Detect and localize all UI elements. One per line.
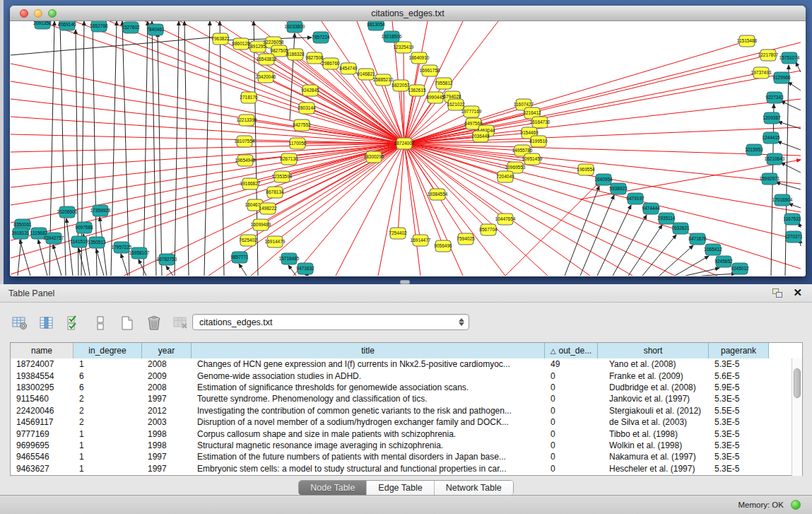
network-node[interactable]: 1498222 — [259, 203, 277, 214]
tab-edge-table[interactable]: Edge Table — [367, 481, 434, 495]
tab-node-table[interactable]: Node Table — [299, 481, 367, 495]
network-node[interactable]: 19654948 — [235, 155, 256, 166]
network-node[interactable]: 9245652 — [714, 256, 733, 267]
network-edge[interactable] — [204, 21, 210, 276]
network-edge[interactable] — [404, 144, 717, 276]
network-node[interactable]: 8567704 — [479, 224, 498, 235]
table-row[interactable]: 911546021997Tourette syndrome. Phenomeno… — [11, 393, 802, 404]
network-node[interactable]: 2935114 — [658, 213, 676, 224]
network-node[interactable]: 5938923 — [609, 183, 628, 194]
network-edge[interactable] — [777, 141, 801, 150]
network-edge[interactable] — [613, 215, 647, 276]
network-node[interactable]: 10951459 — [522, 153, 543, 165]
table-row[interactable]: 1872400712008Changes of HCN gene express… — [11, 358, 802, 370]
new-column-button[interactable] — [117, 313, 137, 333]
network-edge[interactable] — [166, 266, 173, 276]
network-node[interactable]: 15885210 — [373, 74, 394, 86]
network-edge[interactable] — [239, 264, 247, 276]
network-node[interactable]: 2986760 — [322, 58, 340, 69]
network-node[interactable]: 2036448 — [471, 131, 490, 142]
table-row[interactable]: 977716911998Corpus callosum shape and si… — [11, 428, 802, 439]
column-header-pagerank[interactable]: pagerank — [709, 343, 769, 358]
network-edge[interactable] — [702, 274, 736, 276]
network-edge[interactable] — [152, 21, 156, 276]
network-node[interactable]: 3918131 — [11, 228, 30, 239]
network-node[interactable]: 1167533 — [784, 214, 801, 225]
scrollbar-thumb[interactable] — [794, 368, 801, 398]
column-header-in_degree[interactable]: in_degree — [73, 343, 142, 358]
network-node[interactable]: 2803144 — [298, 103, 316, 114]
network-edge[interactable] — [788, 82, 801, 90]
network-node[interactable]: 19777169 — [461, 106, 482, 117]
network-edge[interactable] — [404, 144, 420, 276]
network-node[interactable]: 1170056 — [289, 138, 307, 149]
network-node[interactable]: 18724007 — [394, 138, 415, 149]
network-node[interactable]: 10447654 — [495, 214, 516, 225]
network-node[interactable]: 8990445 — [426, 92, 445, 103]
network-edge[interactable] — [11, 144, 404, 205]
network-edge[interactable] — [249, 98, 404, 144]
network-edge[interactable] — [158, 33, 162, 276]
network-edge[interactable] — [404, 144, 505, 219]
network-node[interactable]: 19166827 — [240, 178, 261, 189]
network-edge[interactable] — [293, 144, 404, 276]
network-canvas[interactable]: 2091358206914016527661527602784046116033… — [11, 21, 805, 276]
network-edge[interactable] — [659, 245, 693, 276]
network-node[interactable]: 8427552 — [293, 119, 311, 131]
network-node[interactable]: 16914477 — [411, 235, 431, 246]
network-edge[interactable] — [143, 21, 148, 276]
network-node[interactable]: 19384554 — [428, 189, 448, 200]
network-node[interactable]: 8454749 — [339, 63, 358, 74]
delete-column-button[interactable] — [144, 313, 164, 333]
table-row[interactable]: 946554611997Estimation of the future num… — [11, 451, 802, 462]
network-node[interactable]: 9827508 — [305, 52, 324, 64]
network-node[interactable]: 16164730 — [530, 117, 551, 128]
network-edge[interactable] — [785, 65, 789, 276]
network-edge[interactable] — [66, 218, 73, 276]
network-edge[interactable] — [378, 144, 404, 276]
network-edge[interactable] — [404, 144, 801, 240]
network-node[interactable]: 1244415 — [762, 132, 780, 144]
network-node[interactable]: 12213399 — [237, 115, 257, 126]
network-node[interactable]: 13942757 — [44, 233, 64, 244]
network-node[interactable]: 6479197 — [626, 193, 645, 204]
network-node[interactable]: 2718176 — [240, 92, 258, 103]
network-node[interactable]: 11515488 — [737, 35, 758, 47]
network-edge[interactable] — [288, 265, 296, 276]
network-node[interactable]: 1141519 — [71, 236, 88, 247]
network-node[interactable]: 1209387 — [763, 112, 781, 124]
window-titlebar[interactable]: citations_edges.txt — [10, 6, 806, 21]
network-node[interactable]: 9471632 — [296, 263, 314, 274]
tab-network-table[interactable]: Network Table — [435, 481, 513, 495]
network-node[interactable]: 18640910 — [409, 52, 430, 64]
table-row[interactable]: 1456911722003Disruption of a novel membe… — [11, 416, 802, 428]
network-node[interactable]: 12217807 — [758, 49, 779, 61]
network-edge[interactable] — [404, 144, 463, 276]
network-edge[interactable] — [122, 21, 129, 276]
network-node[interactable]: 8678134 — [266, 187, 284, 198]
network-node[interactable]: 1652766 — [90, 21, 108, 32]
network-node[interactable]: 7254402 — [389, 228, 407, 239]
network-node[interactable]: 1065412 — [704, 244, 722, 255]
network-node[interactable]: 16958107 — [129, 247, 150, 259]
column-header-short[interactable]: short — [598, 343, 709, 358]
network-node[interactable]: 6822057 — [392, 80, 410, 91]
network-node[interactable]: 16914479 — [265, 236, 286, 247]
network-node[interactable]: 9242845 — [301, 85, 319, 96]
network-node[interactable]: 16543812 — [257, 54, 277, 65]
close-panel-icon[interactable]: ✕ — [793, 287, 802, 298]
table-row[interactable]: 946362711997Embryonic stem cells: a mode… — [11, 463, 802, 474]
network-node[interactable]: 18300295 — [364, 151, 384, 163]
table-selector-dropdown[interactable]: citations_edges.txt — [192, 314, 469, 330]
table-row[interactable]: 1938455462009Genome-wide association stu… — [11, 370, 802, 381]
network-node[interactable]: 9056496 — [434, 240, 452, 252]
table-row[interactable]: 2242004622012Investigating the contribut… — [11, 405, 802, 416]
network-node[interactable]: 15716485 — [279, 253, 300, 264]
network-node[interactable]: 7857224 — [312, 32, 330, 43]
network-edge[interactable] — [404, 144, 801, 269]
network-edge[interactable] — [789, 204, 801, 208]
network-node[interactable]: 16782753 — [157, 254, 177, 265]
network-node[interactable]: 8471676 — [688, 233, 707, 245]
network-node[interactable]: 1362615 — [408, 85, 426, 96]
network-node[interactable]: 1350513 — [88, 237, 106, 248]
